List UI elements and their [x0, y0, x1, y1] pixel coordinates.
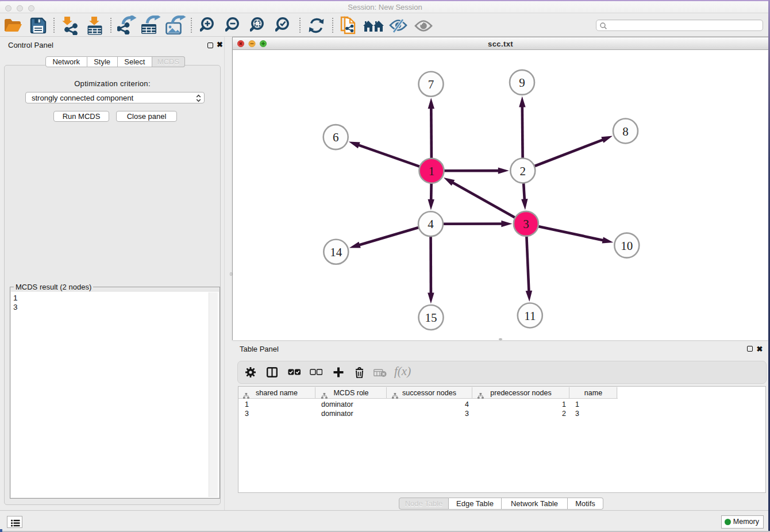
- svg-text:1: 1: [429, 164, 435, 178]
- svg-text:11: 11: [524, 309, 536, 323]
- svg-text:4: 4: [428, 217, 434, 231]
- svg-text:2: 2: [520, 164, 526, 178]
- svg-text:3: 3: [523, 217, 529, 231]
- svg-text:6: 6: [333, 130, 339, 144]
- svg-text:10: 10: [621, 239, 633, 253]
- svg-text:7: 7: [428, 78, 434, 91]
- svg-text:8: 8: [622, 125, 629, 138]
- svg-text:14: 14: [330, 245, 342, 259]
- svg-text:9: 9: [519, 76, 525, 90]
- svg-text:15: 15: [425, 311, 437, 325]
